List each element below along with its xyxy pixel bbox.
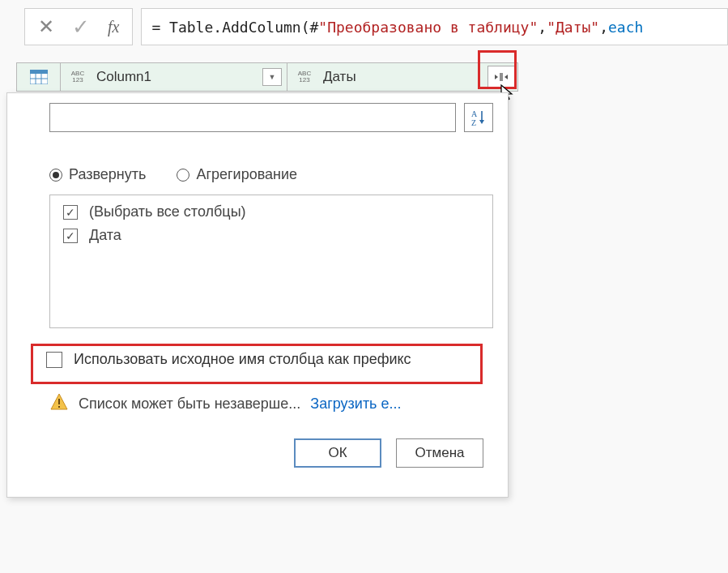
column-1-filter-dropdown[interactable]: ▼ xyxy=(262,68,282,86)
radio-icon xyxy=(177,169,189,182)
column-item-label: Дата xyxy=(89,227,121,244)
accept-formula-icon[interactable]: ✓ xyxy=(72,15,90,40)
column-search-input[interactable] xyxy=(49,103,456,132)
radio-icon xyxy=(49,169,62,182)
svg-text:A: A xyxy=(471,109,478,118)
use-prefix-label: Использовать исходное имя столбца как пр… xyxy=(74,351,411,368)
fx-icon[interactable]: fx xyxy=(108,18,119,36)
column-header-2[interactable]: ABC 123 Даты xyxy=(287,62,518,92)
checkbox-checked-icon: ✓ xyxy=(63,229,78,243)
formula-text-1: = Table.AddColumn(# xyxy=(151,19,318,36)
formula-arg1: "Преобразовано в таблицу" xyxy=(318,19,538,36)
formula-bar-actions: ✕ ✓ fx xyxy=(24,8,133,45)
svg-rect-10 xyxy=(58,399,60,404)
cancel-button[interactable]: Отмена xyxy=(396,438,483,468)
column-1-name: Column1 xyxy=(93,69,262,85)
column-headers: ABC 123 Column1 ▼ ABC 123 Даты xyxy=(16,62,518,92)
checkbox-checked-icon: ✓ xyxy=(63,205,78,220)
ok-button[interactable]: ОК xyxy=(294,438,381,468)
formula-sep2: , xyxy=(599,19,608,36)
expand-popup: A Z Развернуть Агрегирование ✓ (Выбрать … xyxy=(6,92,509,498)
column-checkbox-item[interactable]: ✓ Дата xyxy=(58,224,484,247)
use-prefix-checkbox[interactable]: Использовать исходное имя столбца как пр… xyxy=(36,344,493,374)
svg-rect-11 xyxy=(58,406,60,408)
popup-search-row: A Z xyxy=(49,103,493,132)
svg-text:Z: Z xyxy=(471,118,476,126)
type-icon: ABC 123 xyxy=(292,71,317,83)
warning-icon xyxy=(49,392,69,416)
radio-expand-label: Развернуть xyxy=(69,166,146,183)
warning-text: Список может быть незаверше... xyxy=(79,396,300,413)
formula-bar: ✕ ✓ fx = Table.AddColumn(# "Преобразован… xyxy=(0,6,728,47)
type-icon: ABC 123 xyxy=(66,71,90,83)
checkbox-unchecked-icon xyxy=(46,352,62,368)
warning-row: Список может быть незаверше... Загрузить… xyxy=(49,392,493,416)
radio-aggregate[interactable]: Агрегирование xyxy=(177,166,297,183)
select-all-label: (Выбрать все столбцы) xyxy=(89,203,246,220)
formula-arg2: "Даты" xyxy=(547,19,599,36)
sort-az-button[interactable]: A Z xyxy=(464,103,493,132)
table-corner[interactable] xyxy=(16,62,61,92)
formula-sep1: , xyxy=(538,19,547,36)
formula-input[interactable]: = Table.AddColumn(# "Преобразовано в таб… xyxy=(141,8,728,45)
radio-expand[interactable]: Развернуть xyxy=(49,166,146,183)
expand-column-button[interactable] xyxy=(487,66,515,88)
columns-list: ✓ (Выбрать все столбцы) ✓ Дата xyxy=(49,195,493,328)
load-more-link[interactable]: Загрузить е... xyxy=(310,396,401,413)
select-all-columns[interactable]: ✓ (Выбрать все столбцы) xyxy=(58,200,484,224)
radio-aggregate-label: Агрегирование xyxy=(196,166,297,183)
cancel-formula-icon[interactable]: ✕ xyxy=(38,15,54,38)
popup-buttons: ОК Отмена xyxy=(49,438,493,468)
table-icon xyxy=(30,70,48,84)
svg-rect-1 xyxy=(30,70,48,74)
column-2-name: Даты xyxy=(320,69,487,85)
expand-mode-radios: Развернуть Агрегирование xyxy=(49,166,493,183)
formula-each: each xyxy=(608,19,643,36)
column-header-1[interactable]: ABC 123 Column1 ▼ xyxy=(61,62,287,92)
